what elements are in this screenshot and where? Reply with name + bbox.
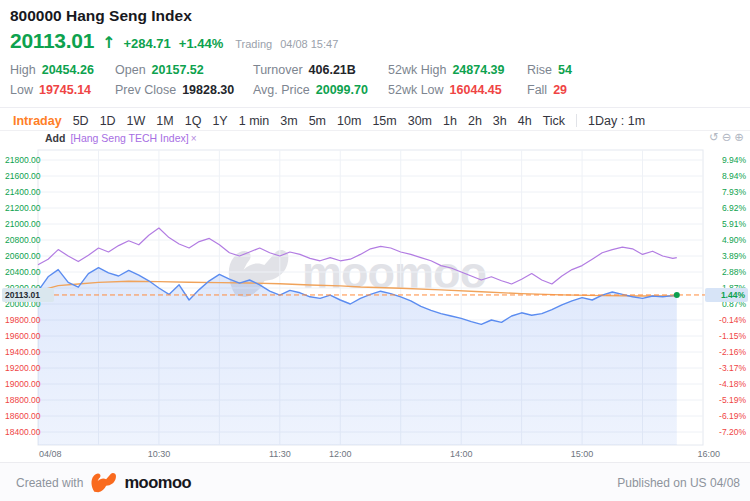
svg-text:6.92%: 6.92%: [722, 203, 747, 213]
svg-text:11:30: 11:30: [269, 449, 291, 459]
svg-text:8.94%: 8.94%: [722, 171, 747, 181]
svg-text:-1.15%: -1.15%: [719, 331, 746, 341]
svg-text:21600.00: 21600.00: [5, 171, 41, 181]
svg-text:19400.00: 19400.00: [5, 347, 41, 357]
svg-text:19800.00: 19800.00: [5, 315, 41, 325]
current-pct-tag: 1.44%: [705, 288, 748, 302]
svg-text:3.89%: 3.89%: [722, 251, 747, 261]
svg-text:14:00: 14:00: [450, 449, 473, 459]
svg-text:7.93%: 7.93%: [722, 187, 747, 197]
hsi-area-fill: [38, 268, 677, 445]
svg-text:2.88%: 2.88%: [722, 267, 747, 277]
svg-text:-3.17%: -3.17%: [719, 363, 746, 373]
svg-text:1.44%: 1.44%: [721, 290, 746, 300]
svg-text:19000.00: 19000.00: [5, 379, 41, 389]
svg-text:-6.19%: -6.19%: [719, 411, 746, 421]
svg-text:04/08: 04/08: [39, 449, 62, 459]
svg-text:20600.00: 20600.00: [5, 251, 41, 261]
intraday-chart[interactable]: 21800.0021600.0021400.0021200.0021000.00…: [0, 0, 750, 501]
svg-text:21400.00: 21400.00: [5, 187, 41, 197]
svg-text:21200.00: 21200.00: [5, 203, 41, 213]
svg-text:-2.16%: -2.16%: [719, 347, 746, 357]
svg-text:-0.14%: -0.14%: [719, 315, 746, 325]
svg-text:20113.01: 20113.01: [5, 290, 40, 300]
svg-text:-5.19%: -5.19%: [719, 395, 746, 405]
svg-text:5.91%: 5.91%: [722, 219, 747, 229]
svg-text:9.94%: 9.94%: [722, 155, 747, 165]
time-axis: 04/0810:3011:3012:0014:0015:0016:00: [39, 449, 720, 459]
svg-text:15:00: 15:00: [571, 449, 594, 459]
last-point-dot: [674, 292, 680, 298]
svg-text:18800.00: 18800.00: [5, 395, 41, 405]
svg-text:4.90%: 4.90%: [722, 235, 747, 245]
svg-text:10:30: 10:30: [148, 449, 171, 459]
svg-text:18600.00: 18600.00: [5, 411, 41, 421]
svg-text:20400.00: 20400.00: [5, 267, 41, 277]
svg-text:12:00: 12:00: [329, 449, 352, 459]
svg-text:20800.00: 20800.00: [5, 235, 41, 245]
svg-text:16:00: 16:00: [697, 449, 720, 459]
svg-text:19600.00: 19600.00: [5, 331, 41, 341]
svg-text:-4.18%: -4.18%: [719, 379, 746, 389]
svg-text:19200.00: 19200.00: [5, 363, 41, 373]
svg-text:21000.00: 21000.00: [5, 219, 41, 229]
svg-text:21800.00: 21800.00: [5, 155, 41, 165]
svg-text:18400.00: 18400.00: [5, 427, 41, 437]
svg-text:-7.20%: -7.20%: [719, 427, 746, 437]
current-price-tag: 20113.01: [2, 288, 54, 302]
